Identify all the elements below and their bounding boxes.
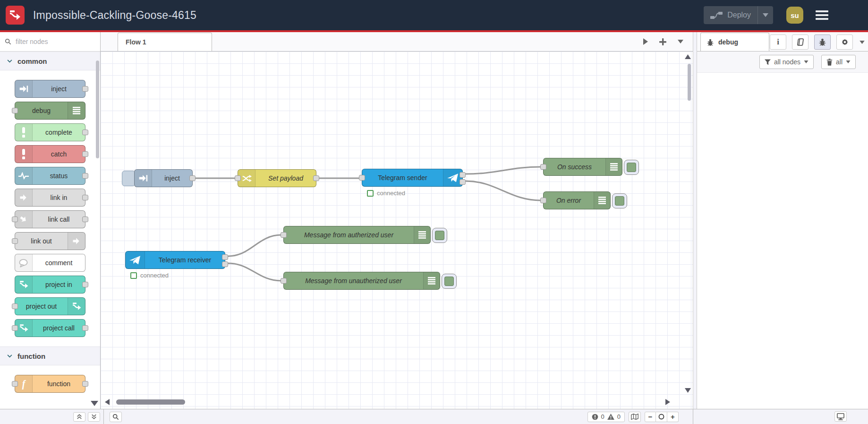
- canvas-scroll-up-icon[interactable]: [685, 54, 691, 59]
- palette-node-project-out[interactable]: project out: [15, 297, 85, 315]
- debug-tab-button[interactable]: [814, 35, 831, 50]
- config-tab-button[interactable]: [836, 35, 853, 50]
- flow-tab-label: Flow 1: [126, 38, 146, 46]
- node-label: project call: [33, 320, 85, 337]
- palette-node-link-in[interactable]: link in: [15, 189, 85, 207]
- debug-list-icon: [414, 226, 430, 243]
- debug-filter-button[interactable]: all nodes: [759, 55, 814, 69]
- canvas-scroll-right-icon[interactable]: [665, 399, 670, 405]
- debug-toggle-on-error[interactable]: [612, 193, 627, 208]
- info-tab-button[interactable]: i: [770, 35, 786, 50]
- page-title: Impossible-Cackling-Goose-4615: [33, 9, 704, 22]
- sidebar-splitter[interactable]: [693, 32, 697, 409]
- user-avatar[interactable]: su: [786, 7, 803, 24]
- node-output-port-2[interactable]: [222, 261, 228, 267]
- debug-toggle-on-success[interactable]: [624, 160, 639, 175]
- palette-filter-input[interactable]: [15, 37, 87, 46]
- node-output-port-1[interactable]: [460, 172, 466, 178]
- node-label: catch: [33, 146, 85, 163]
- filter-button-label: all nodes: [774, 58, 800, 66]
- node-port: [12, 216, 18, 222]
- debug-tab-label: debug: [718, 38, 738, 46]
- flow-node-on-success[interactable]: On success: [543, 158, 622, 176]
- exclamation-icon: [15, 124, 33, 141]
- expand-categories-button[interactable]: [88, 412, 100, 422]
- debug-clear-button[interactable]: all: [821, 55, 856, 69]
- node-input-port[interactable]: [540, 164, 546, 170]
- node-input-port[interactable]: [281, 278, 287, 284]
- palette-node-project-call[interactable]: project call: [15, 319, 85, 337]
- palette-node-debug[interactable]: debug: [15, 102, 85, 120]
- deploy-options-button[interactable]: [757, 6, 773, 24]
- node-port: [82, 381, 88, 387]
- palette-node-link-call[interactable]: link call: [15, 210, 85, 228]
- palette-node-project-in[interactable]: project in: [15, 276, 85, 294]
- notifications-summary[interactable]: 0 0: [587, 412, 625, 422]
- node-output-port[interactable]: [313, 175, 319, 181]
- tab-debug[interactable]: debug: [700, 33, 769, 51]
- palette-node-link-out[interactable]: link out: [15, 232, 85, 250]
- zoom-out-button[interactable]: −: [645, 412, 656, 422]
- node-output-port-2[interactable]: [460, 179, 466, 185]
- palette-scroll-down-icon[interactable]: [91, 401, 98, 406]
- node-output-port[interactable]: [189, 175, 196, 181]
- palette-node-inject[interactable]: inject: [15, 80, 85, 98]
- canvas-footer-right: 0 0 − +: [587, 412, 679, 422]
- palette-node-list-function: f function: [0, 365, 100, 398]
- palette-category-function[interactable]: function: [0, 346, 100, 365]
- flow-node-on-error[interactable]: On error: [543, 191, 611, 209]
- workspace: Flow 1: [101, 32, 693, 409]
- flow-node-msg-authorized[interactable]: Message from autherized user: [283, 226, 431, 244]
- zoom-controls: − +: [645, 412, 679, 422]
- chevron-down-icon: [846, 61, 851, 63]
- category-label: function: [17, 352, 45, 360]
- canvas-search-button[interactable]: [110, 412, 122, 422]
- palette-node-complete[interactable]: complete: [15, 123, 85, 141]
- hamburger-icon: [816, 10, 828, 12]
- inject-run-button[interactable]: [122, 171, 136, 186]
- project-logo-icon: [15, 276, 33, 293]
- palette-node-status[interactable]: status: [15, 167, 85, 185]
- deploy-button[interactable]: Deploy: [704, 6, 773, 24]
- palette-node-function[interactable]: f function: [15, 375, 85, 393]
- flow-node-inject[interactable]: inject: [134, 169, 193, 187]
- node-input-port[interactable]: [281, 232, 287, 238]
- node-input-port[interactable]: [359, 175, 365, 181]
- collapse-categories-button[interactable]: [73, 412, 85, 422]
- canvas-scroll-left-icon[interactable]: [105, 399, 110, 405]
- flow-node-set-payload[interactable]: Set payload: [238, 169, 316, 187]
- deploy-button-main[interactable]: Deploy: [704, 11, 757, 19]
- navigator-button[interactable]: [629, 412, 641, 422]
- canvas-hscrollbar-thumb[interactable]: [116, 399, 185, 405]
- tabbar-controls: [643, 32, 683, 51]
- add-flow-icon[interactable]: [659, 38, 666, 45]
- node-input-port[interactable]: [540, 198, 546, 203]
- canvas-vscrollbar-thumb[interactable]: [688, 64, 691, 101]
- flow-canvas[interactable]: inject Set payload Telegram sender co: [101, 52, 693, 409]
- palette-node-catch[interactable]: catch: [15, 145, 85, 163]
- tab-flow-1[interactable]: Flow 1: [118, 33, 212, 51]
- search-icon: [5, 38, 11, 45]
- sidebar-menu-chevron-icon[interactable]: [859, 41, 865, 44]
- flow-node-msg-unauthorized[interactable]: Message from unautherized user: [283, 272, 440, 290]
- flow-list-chevron-icon[interactable]: [678, 40, 683, 43]
- main-menu-button[interactable]: [816, 10, 828, 20]
- node-input-port[interactable]: [235, 175, 241, 181]
- palette-category-common[interactable]: common: [0, 52, 100, 70]
- palette-node-comment[interactable]: comment: [15, 254, 85, 272]
- canvas-scroll-down-icon[interactable]: [685, 388, 691, 393]
- zoom-in-button[interactable]: +: [667, 412, 679, 422]
- book-icon: [796, 38, 805, 46]
- search-icon: [112, 414, 119, 420]
- next-tab-icon[interactable]: [643, 38, 648, 45]
- node-output-port-1[interactable]: [222, 254, 228, 260]
- debug-toggle-msg-unauthorized[interactable]: [442, 274, 457, 289]
- zoom-reset-button[interactable]: [656, 412, 667, 422]
- palette-scrollbar-thumb[interactable]: [96, 61, 99, 158]
- help-tab-button[interactable]: [792, 35, 808, 50]
- flow-node-telegram-sender[interactable]: Telegram sender: [362, 169, 463, 187]
- flow-node-telegram-receiver[interactable]: Telegram receiver: [125, 251, 225, 269]
- node-red-logo-icon: [6, 6, 25, 25]
- open-debug-window-button[interactable]: [834, 411, 847, 422]
- debug-toggle-msg-authorized[interactable]: [432, 228, 447, 243]
